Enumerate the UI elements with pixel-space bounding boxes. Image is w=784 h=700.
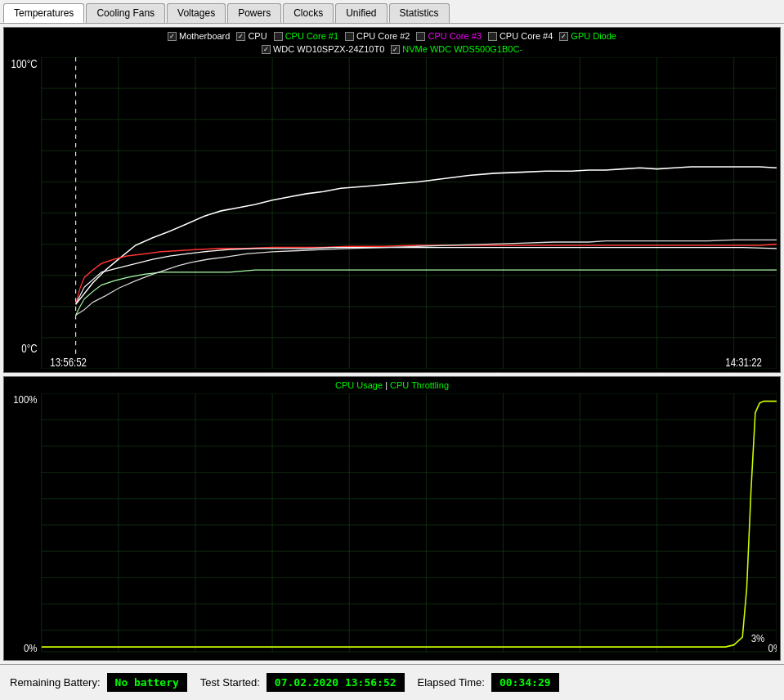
battery-status: Remaining Battery: No battery [10, 673, 187, 692]
legend-motherboard-checkbox[interactable] [168, 32, 177, 41]
legend-gpu-diode-label: GPU Diode [571, 31, 616, 41]
legend-wdc1[interactable]: WDC WD10SPZX-24Z10T0 [262, 44, 384, 54]
legend-cpu-core3-checkbox[interactable] [416, 32, 425, 41]
test-started-status: Test Started: 07.02.2020 13:56:52 [200, 673, 405, 692]
cpu-throttling-label: CPU Throttling [390, 380, 449, 390]
status-bar: Remaining Battery: No battery Test Start… [0, 664, 784, 700]
temp-chart-container: Motherboard CPU CPU Core #1 CPU Core #2 … [3, 27, 781, 373]
legend-gpu-diode-checkbox[interactable] [559, 32, 568, 41]
cpu-chart-container: CPU Usage | CPU Throttling [3, 376, 781, 661]
tab-temperatures[interactable]: Temperatures [3, 3, 84, 23]
legend-gpu-diode[interactable]: GPU Diode [559, 31, 616, 41]
svg-text:100°C: 100°C [11, 57, 38, 70]
tab-voltages[interactable]: Voltages [167, 3, 226, 23]
legend-cpu-core1-checkbox[interactable] [274, 32, 283, 41]
legend-cpu-core1-label: CPU Core #1 [285, 31, 338, 41]
tab-bar: Temperatures Cooling Fans Voltages Power… [0, 0, 784, 24]
elapsed-status: Elapsed Time: 00:34:29 [418, 673, 559, 692]
tab-cooling-fans[interactable]: Cooling Fans [86, 3, 165, 23]
test-started-label: Test Started: [200, 676, 260, 689]
cpu-chart-title: CPU Usage | CPU Throttling [7, 380, 777, 390]
battery-label: Remaining Battery: [10, 676, 101, 689]
tab-clocks[interactable]: Clocks [283, 3, 334, 23]
cpu-chart-area: 100% 0% 3% 0% [7, 393, 777, 657]
legend-cpu-core3[interactable]: CPU Core #3 [416, 31, 481, 41]
tab-powers[interactable]: Powers [227, 3, 281, 23]
svg-text:100%: 100% [13, 393, 37, 406]
legend-cpu[interactable]: CPU [236, 31, 267, 41]
legend-cpu-core4[interactable]: CPU Core #4 [488, 31, 553, 41]
temp-chart-svg: 100°C 0°C 13:56:52 14:31:22 [7, 57, 777, 369]
tab-statistics[interactable]: Statistics [389, 3, 450, 23]
legend-cpu-checkbox[interactable] [236, 32, 245, 41]
svg-text:0°C: 0°C [21, 342, 37, 356]
content-area: Motherboard CPU CPU Core #1 CPU Core #2 … [0, 24, 784, 664]
legend-nvme-label: NVMe WDC WDS500G1B0C- [402, 44, 522, 54]
legend-nvme-checkbox[interactable] [391, 45, 400, 54]
legend-cpu-core2-label: CPU Core #2 [356, 31, 410, 41]
temp-legend-row2: WDC WD10SPZX-24Z10T0 NVMe WDC WDS500G1B0… [7, 44, 777, 54]
legend-wdc1-checkbox[interactable] [262, 45, 271, 54]
test-started-value: 07.02.2020 13:56:52 [267, 673, 405, 692]
legend-motherboard-label: Motherboard [179, 31, 230, 41]
svg-text:14:31:22: 14:31:22 [725, 356, 762, 369]
legend-cpu-core2-checkbox[interactable] [345, 32, 354, 41]
elapsed-label: Elapsed Time: [418, 676, 485, 689]
battery-value: No battery [107, 673, 187, 692]
cpu-usage-label: CPU Usage [335, 380, 383, 390]
cpu-chart-svg: 100% 0% 3% 0% [7, 393, 777, 657]
tab-unified[interactable]: Unified [335, 3, 387, 23]
svg-text:0%: 0% [24, 642, 38, 654]
legend-cpu-core2[interactable]: CPU Core #2 [345, 31, 410, 41]
svg-text:0%: 0% [768, 642, 777, 654]
legend-cpu-label: CPU [248, 31, 267, 41]
legend-cpu-core4-label: CPU Core #4 [500, 31, 553, 41]
legend-motherboard[interactable]: Motherboard [168, 31, 230, 41]
legend-cpu-core1[interactable]: CPU Core #1 [274, 31, 338, 41]
legend-wdc1-label: WDC WD10SPZX-24Z10T0 [273, 44, 384, 54]
legend-cpu-core4-checkbox[interactable] [488, 32, 497, 41]
temp-chart-area: 100°C 0°C 13:56:52 14:31:22 [7, 57, 777, 369]
legend-nvme[interactable]: NVMe WDC WDS500G1B0C- [391, 44, 522, 54]
elapsed-value: 00:34:29 [491, 673, 559, 692]
main-container: Temperatures Cooling Fans Voltages Power… [0, 0, 784, 700]
svg-text:3%: 3% [751, 632, 765, 644]
legend-cpu-core3-label: CPU Core #3 [428, 31, 481, 41]
svg-text:13:56:52: 13:56:52 [50, 356, 87, 369]
temp-legend: Motherboard CPU CPU Core #1 CPU Core #2 … [7, 31, 777, 41]
